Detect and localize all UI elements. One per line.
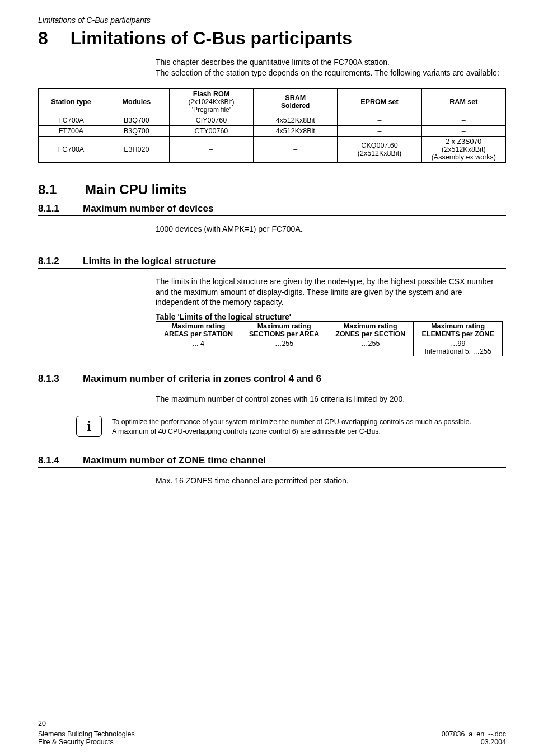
table-row: FG700A E3H020 – – CKQ007.60 (2x512Kx8Bit… xyxy=(39,136,506,162)
section-title: Maximum number of devices xyxy=(83,203,213,214)
col-sram: SRAM Soldered xyxy=(254,88,338,115)
table-row: ... 4 …255 …255 …99 International 5: …25… xyxy=(156,339,503,356)
section-number: 8.1.2 xyxy=(38,256,69,267)
chapter-heading: 8 Limitations of C-Bus participants xyxy=(38,28,506,50)
cell: – xyxy=(254,136,338,162)
section-8-1-2-body: The limits in the logical structure are … xyxy=(156,276,506,308)
section-number: 8.1.4 xyxy=(38,455,69,466)
cell: B3Q700 xyxy=(104,115,169,125)
cell: E3H020 xyxy=(104,136,169,162)
cell: CIY00760 xyxy=(169,115,253,125)
section-8-1-heading: 8.1 Main CPU limits xyxy=(38,182,506,198)
cell: 2 x Z3S070 (2x512Kx8Bit) (Assembly ex wo… xyxy=(421,136,505,162)
table-header-row: Maximum rating AREAS per STATION Maximum… xyxy=(156,322,503,339)
table-row: FC700A B3Q700 CIY00760 4x512Kx8Bit – – xyxy=(39,115,506,125)
cell: FC700A xyxy=(39,115,104,125)
cell: …255 xyxy=(241,339,327,356)
page-number: 20 xyxy=(38,720,506,727)
section-title: Main CPU limits xyxy=(85,182,186,198)
limits-table: Maximum rating AREAS per STATION Maximum… xyxy=(156,321,503,356)
col-eprom: EPROM set xyxy=(338,88,421,115)
footer-right-2: 03.2004 xyxy=(481,738,506,746)
info-note: i To optimize the performance of your sy… xyxy=(76,416,506,438)
cell: – xyxy=(338,115,421,125)
cell: FG700A xyxy=(39,136,104,162)
cell: …99 International 5: …255 xyxy=(414,339,503,356)
cell: B3Q700 xyxy=(104,125,169,136)
running-head: Limitations of C-Bus participants xyxy=(38,16,506,25)
footer-left-2: Fire & Security Products xyxy=(38,738,114,746)
table-row: FT700A B3Q700 CTY00760 4x512Kx8Bit – – xyxy=(39,125,506,136)
page-footer: 20 Siemens Building Technologies 007836_… xyxy=(38,720,506,746)
note-line-2: A maximum of 40 CPU-overlapping controls… xyxy=(112,428,381,435)
cell: FT700A xyxy=(39,125,104,136)
cell: CTY00760 xyxy=(169,125,253,136)
footer-left-1: Siemens Building Technologies xyxy=(38,730,135,738)
cell: CKQ007.60 (2x512Kx8Bit) xyxy=(338,136,421,162)
col-zones: Maximum rating ZONES per SECTION xyxy=(327,322,414,339)
section-8-1-3-body: The maximum number of control zones with… xyxy=(156,394,506,405)
footer-right-1: 007836_a_en_--.doc xyxy=(442,730,506,738)
col-areas: Maximum rating AREAS per STATION xyxy=(156,322,241,339)
info-note-text: To optimize the performance of your syst… xyxy=(112,416,506,438)
chapter-number: 8 xyxy=(38,28,48,49)
cell: – xyxy=(421,115,505,125)
section-number: 8.1.1 xyxy=(38,203,69,214)
section-title: Limits in the logical structure xyxy=(83,256,216,267)
section-title: Maximum number of ZONE time channel xyxy=(83,455,266,466)
cell: ... 4 xyxy=(156,339,241,356)
col-flash-rom: Flash ROM (2x1024Kx8Bit) 'Program file' xyxy=(169,88,253,115)
station-type-table: Station type Modules Flash ROM (2x1024Kx… xyxy=(38,88,506,163)
cell: – xyxy=(421,125,505,136)
intro-line-2: The selection of the station type depend… xyxy=(156,68,499,77)
section-8-1-3-heading: 8.1.3 Maximum number of criteria in zone… xyxy=(38,373,506,386)
cell: – xyxy=(169,136,253,162)
cell: 4x512Kx8Bit xyxy=(254,115,338,125)
intro-paragraph: This chapter describes the quantitative … xyxy=(156,57,506,78)
col-modules: Modules xyxy=(104,88,169,115)
intro-line-1: This chapter describes the quantitative … xyxy=(156,58,390,67)
col-station-type: Station type xyxy=(39,88,104,115)
cell: – xyxy=(338,125,421,136)
cell: 4x512Kx8Bit xyxy=(254,125,338,136)
col-ram: RAM set xyxy=(421,88,505,115)
section-title: Maximum number of criteria in zones cont… xyxy=(83,373,321,384)
section-8-1-1-heading: 8.1.1 Maximum number of devices xyxy=(38,203,506,216)
info-icon: i xyxy=(76,416,102,437)
section-number: 8.1 xyxy=(38,182,69,198)
section-8-1-1-body: 1000 devices (with AMPK=1) per FC700A. xyxy=(156,224,506,234)
chapter-title: Limitations of C-Bus participants xyxy=(71,28,352,49)
col-elements: Maximum rating ELEMENTS per ZONE xyxy=(414,322,503,339)
section-number: 8.1.3 xyxy=(38,373,69,384)
section-8-1-4-heading: 8.1.4 Maximum number of ZONE time channe… xyxy=(38,455,506,468)
note-line-1: To optimize the performance of your syst… xyxy=(112,418,471,426)
table-header-row: Station type Modules Flash ROM (2x1024Kx… xyxy=(39,88,506,115)
cell: …255 xyxy=(327,339,414,356)
section-8-1-2-heading: 8.1.2 Limits in the logical structure xyxy=(38,256,506,269)
col-sections: Maximum rating SECTIONS per AREA xyxy=(241,322,327,339)
limits-table-caption: Table 'Limits of the logical structure' xyxy=(156,312,506,321)
section-8-1-4-body: Max. 16 ZONES time channel are permitted… xyxy=(156,476,506,486)
